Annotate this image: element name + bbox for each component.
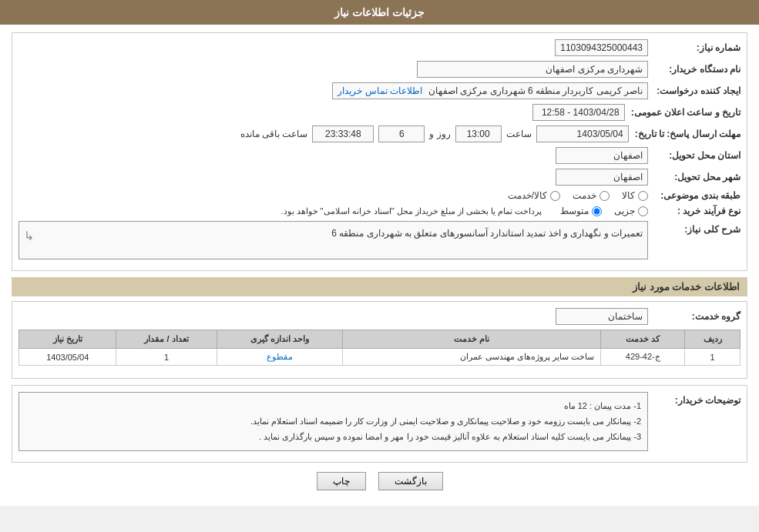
announce-date-label: تاریخ و ساعت اعلان عمومی:	[625, 107, 741, 118]
remarks-row: توضیحات خریدار: 1- مدت پیمان : 12 ماه2- …	[18, 392, 741, 451]
cell-row: 1	[685, 349, 741, 366]
process-jazee-radio[interactable]	[638, 206, 648, 216]
cell-qty: 1	[116, 349, 217, 366]
services-section: گروه خدمت: ساختمان ردیف کد خدمت نام خدمت…	[12, 301, 747, 379]
category-khedmat-radio[interactable]	[599, 191, 610, 201]
announce-date-value: 1403/04/28 - 12:58	[532, 104, 625, 121]
process-label: نوع فرآیند خرید :	[648, 206, 741, 216]
response-deadline-label: مهلت ارسال پاسخ: تا تاریخ:	[629, 129, 741, 139]
creator-row: ایجاد کننده درخواست: ناصر کریمی کاربردار…	[18, 82, 741, 99]
category-khedmat-option: خدمت	[573, 190, 610, 201]
print-button[interactable]: چاپ	[317, 472, 366, 490]
need-number-label: شماره نیاز:	[648, 42, 741, 53]
cell-date: 1403/05/04	[19, 349, 116, 366]
process-jazee-option: جزیی	[614, 206, 648, 216]
city-row: شهر محل تحویل: اصفهان	[18, 169, 741, 186]
main-form: شماره نیاز: 1103094325000443 نام دستگاه …	[12, 32, 747, 271]
col-date-header: تاریخ نیاز	[19, 330, 116, 349]
process-jazee-label: جزیی	[614, 206, 635, 216]
category-kala-khedmat-option: کالا/خدمت	[508, 190, 560, 201]
service-group-row: گروه خدمت: ساختمان	[18, 308, 741, 325]
creator-contact-link[interactable]: اطلاعات تماس خریدار	[338, 85, 422, 96]
response-deadline-fields: 1403/05/04 ساعت 13:00 روز و 6 23:33:48 س…	[240, 125, 629, 142]
response-time-label: ساعت	[506, 129, 532, 139]
table-row: 1 ج-42-429 ساخت سایر پروژه‌های مهندسی عم…	[19, 349, 741, 366]
remarks-line: 3- پیمانکار می بایست کلیه اسناد استعلام …	[25, 430, 641, 445]
province-row: استان محل تحویل: اصفهان	[18, 147, 741, 164]
need-description-value: تعمیرات و نگهداری و اخذ تمدید استاندارد …	[18, 221, 648, 259]
back-button[interactable]: بازگشت	[378, 472, 443, 490]
service-group-value: ساختمان	[556, 308, 648, 325]
category-kala-khedmat-label: کالا/خدمت	[508, 190, 547, 201]
col-code-header: کد خدمت	[601, 330, 685, 349]
province-label: استان محل تحویل:	[648, 150, 741, 161]
process-note: پرداخت تمام یا بخشی از مبلغ خریداز محل "…	[280, 206, 542, 216]
need-number-value: 1103094325000443	[555, 39, 648, 56]
remarks-label: توضیحات خریدار:	[648, 392, 741, 406]
creator-label: ایجاد کننده درخواست:	[648, 85, 741, 96]
response-days-value: 6	[378, 125, 425, 142]
category-row: طبقه بندی موضوعی: کالا خدمت کالا/خدمت	[18, 190, 741, 201]
need-number-row: شماره نیاز: 1103094325000443	[18, 39, 741, 56]
process-row: نوع فرآیند خرید : جزیی متوسط پرداخت تمام…	[18, 206, 741, 216]
city-value: اصفهان	[556, 169, 648, 186]
col-name-header: نام خدمت	[342, 330, 600, 349]
col-row-header: ردیف	[685, 330, 741, 349]
process-motavasset-option: متوسط	[560, 206, 602, 216]
col-qty-header: تعداد / مقدار	[116, 330, 217, 349]
remarks-line: 2- پیمانکار می بایست رزومه خود و صلاحیت …	[25, 414, 641, 430]
services-section-title: اطلاعات خدمات مورد نیاز	[12, 277, 747, 296]
cell-unit: مقطوع	[217, 349, 342, 366]
content-area: شماره نیاز: 1103094325000443 نام دستگاه …	[0, 25, 759, 506]
creator-value: ناصر کریمی کاربردار منطقه 6 شهرداری مرکز…	[428, 85, 643, 96]
buyer-org-row: نام دستگاه خریدار: شهرداری مرکزی اصفهان	[18, 61, 741, 78]
category-kala-radio[interactable]	[638, 191, 648, 201]
city-label: شهر محل تحویل:	[648, 172, 741, 182]
province-value: اصفهان	[556, 147, 648, 164]
buyer-org-value: شهرداری مرکزی اصفهان	[417, 61, 648, 78]
process-motavasset-radio[interactable]	[592, 206, 602, 216]
response-remaining-value: 23:33:48	[312, 125, 374, 142]
col-unit-header: واحد اندازه گیری	[217, 330, 342, 349]
service-group-label: گروه خدمت:	[648, 311, 741, 322]
category-kala-label: کالا	[622, 190, 635, 201]
category-radio-group: کالا خدمت کالا/خدمت	[508, 190, 648, 201]
cell-name: ساخت سایر پروژه‌های مهندسی عمران	[342, 349, 600, 366]
buyer-org-label: نام دستگاه خریدار:	[648, 64, 741, 75]
remarks-content: 1- مدت پیمان : 12 ماه2- پیمانکار می بایس…	[18, 392, 648, 451]
category-kala-option: کالا	[622, 190, 648, 201]
response-time-value: 13:00	[455, 125, 502, 142]
process-type-group: جزیی متوسط پرداخت تمام یا بخشی از مبلغ خ…	[280, 206, 648, 216]
response-day-label: روز و	[429, 129, 450, 139]
remarks-line: 1- مدت پیمان : 12 ماه	[25, 399, 641, 414]
announce-date-row: تاریخ و ساعت اعلان عمومی: 1403/04/28 - 1…	[18, 104, 741, 121]
page-wrapper: جزئیات اطلاعات نیاز شماره نیاز: 11030943…	[0, 0, 759, 506]
page-header: جزئیات اطلاعات نیاز	[0, 0, 759, 25]
services-table: ردیف کد خدمت نام خدمت واحد اندازه گیری ت…	[18, 330, 741, 366]
need-description-row: شرح کلی نیاز: تعمیرات و نگهداری و اخذ تم…	[18, 221, 741, 259]
response-deadline-row: مهلت ارسال پاسخ: تا تاریخ: 1403/05/04 سا…	[18, 125, 741, 142]
action-buttons: بازگشت چاپ	[12, 472, 747, 490]
cell-code: ج-42-429	[601, 349, 685, 366]
remarks-section: توضیحات خریدار: 1- مدت پیمان : 12 ماه2- …	[12, 385, 747, 463]
page-title: جزئیات اطلاعات نیاز	[334, 6, 425, 18]
response-remaining-label: ساعت باقی مانده	[240, 129, 308, 139]
process-motavasset-label: متوسط	[560, 206, 589, 216]
response-date-value: 1403/05/04	[536, 125, 629, 142]
category-khedmat-label: خدمت	[573, 190, 596, 201]
need-description-label: شرح کلی نیاز:	[648, 221, 741, 235]
category-label: طبقه بندی موضوعی:	[648, 190, 741, 201]
category-kala-khedmat-radio[interactable]	[550, 191, 560, 201]
